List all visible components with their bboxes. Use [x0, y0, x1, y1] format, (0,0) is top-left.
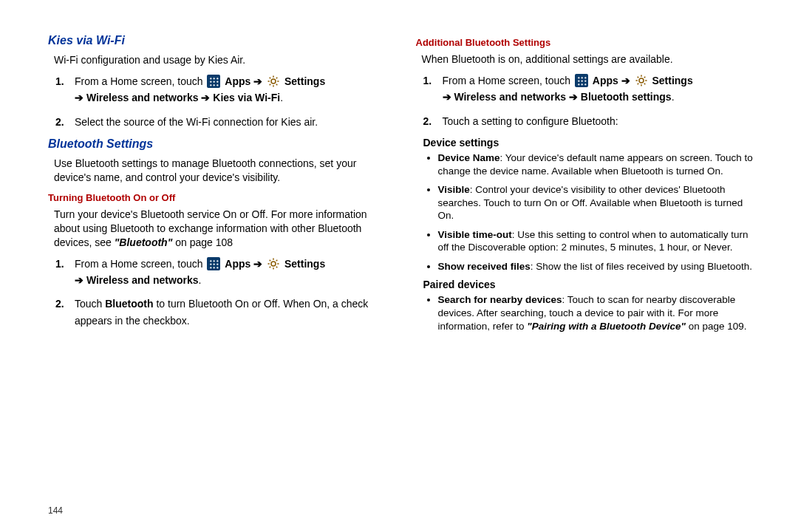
apps-label: Apps [225, 75, 250, 87]
text: From a Home screen, touch [443, 75, 573, 86]
kies-step-1: From a Home screen, touch Apps ➔ Setting… [55, 73, 386, 106]
bluetooth-bold: Bluetooth [105, 298, 153, 310]
text: : Show the list of files received by usi… [531, 261, 752, 272]
label: Show received files [438, 261, 531, 272]
settings-label: Settings [652, 75, 692, 86]
kies-steps: From a Home screen, touch Apps ➔ Setting… [48, 73, 386, 130]
additional-bt-intro: When Bluetooth is on, additional setting… [422, 52, 758, 66]
bt-onoff-steps: From a Home screen, touch Apps ➔ Setting… [48, 256, 386, 330]
additional-bt-steps: From a Home screen, touch Apps ➔ Setting… [416, 72, 758, 129]
text: From a Home screen, touch [75, 258, 205, 270]
path-wireless: Wireless and networks [86, 274, 199, 286]
bt-step-1: From a Home screen, touch Apps ➔ Setting… [55, 256, 386, 289]
arrow: ➔ [201, 92, 210, 103]
item-device-name: Device Name: Your device's default name … [438, 151, 758, 177]
ref-bluetooth: "Bluetooth" [115, 236, 173, 248]
arrow: ➔ [75, 274, 83, 286]
item-show-received: Show received files: Show the list of fi… [438, 260, 758, 273]
kies-step-2: Select the source of the Wi-Fi connectio… [55, 114, 386, 130]
text: Touch [75, 298, 105, 310]
svg-point-2 [639, 78, 644, 83]
heading-paired-devices: Paired devices [423, 279, 758, 290]
apps-label: Apps [225, 258, 250, 270]
arrow: ➔ [621, 75, 630, 86]
svg-point-0 [271, 79, 276, 83]
label: Visible [438, 184, 470, 195]
arrow: ➔ [569, 91, 578, 103]
left-column: Kies via Wi-Fi Wi-Fi configuration and u… [48, 30, 409, 517]
arrow: ➔ [253, 75, 262, 87]
item-search-nearby: Search for nearby devices: Touch to scan… [438, 293, 758, 332]
manual-page: Kies via Wi-Fi Wi-Fi configuration and u… [0, 0, 798, 532]
bt-onoff-intro: Turn your device's Bluetooth service On … [54, 208, 386, 250]
path-bt-settings: Bluetooth settings [581, 91, 672, 103]
apps-icon [207, 75, 220, 88]
text: on page 109. [686, 321, 747, 332]
item-visible: Visible: Control your device's visibilit… [438, 183, 758, 222]
ref-pairing: "Pairing with a Bluetooth Device" [527, 321, 686, 332]
label: Visible time-out [438, 229, 512, 240]
label: Search for nearby devices [438, 294, 562, 305]
abt-step-1: From a Home screen, touch Apps ➔ Setting… [423, 72, 758, 106]
text: on page 108 [172, 236, 233, 248]
svg-point-1 [271, 262, 276, 266]
apps-icon [207, 257, 220, 270]
path-wireless: Wireless and networks [454, 91, 566, 103]
bluetooth-intro: Use Bluetooth settings to manage Bluetoo… [54, 157, 386, 185]
page-number: 144 [48, 505, 63, 516]
heading-additional-bt: Additional Bluetooth Settings [416, 37, 758, 48]
abt-step-2: Touch a setting to configure Bluetooth: [423, 113, 758, 129]
settings-icon [267, 75, 280, 88]
text: From a Home screen, touch [75, 75, 205, 87]
heading-device-settings: Device settings [423, 137, 758, 149]
settings-label: Settings [284, 75, 325, 87]
paired-devices-list: Search for nearby devices: Touch to scan… [416, 293, 758, 332]
arrow: ➔ [443, 91, 451, 103]
path-wireless: Wireless and networks [86, 92, 199, 103]
kies-intro: Wi-Fi configuration and usage by Kies Ai… [54, 53, 386, 67]
arrow: ➔ [75, 92, 83, 103]
heading-bluetooth-settings: Bluetooth Settings [48, 137, 386, 151]
settings-icon [635, 74, 648, 87]
right-column: Additional Bluetooth Settings When Bluet… [409, 30, 769, 517]
item-visible-timeout: Visible time-out: Use this setting to co… [438, 228, 758, 254]
settings-label: Settings [284, 258, 325, 270]
settings-icon [267, 257, 280, 270]
path-kies: Kies via Wi-Fi [213, 92, 280, 103]
device-settings-list: Device Name: Your device's default name … [416, 151, 758, 273]
heading-bt-onoff: Turning Bluetooth On or Off [48, 192, 386, 203]
label: Device Name [438, 152, 500, 163]
heading-kies-wifi: Kies via Wi-Fi [48, 34, 386, 47]
bt-step-2: Touch Bluetooth to turn Bluetooth On or … [55, 296, 386, 329]
apps-icon [575, 74, 588, 87]
text: : Control your device's visibility to ot… [438, 184, 743, 221]
apps-label: Apps [593, 75, 618, 86]
arrow: ➔ [253, 258, 262, 270]
